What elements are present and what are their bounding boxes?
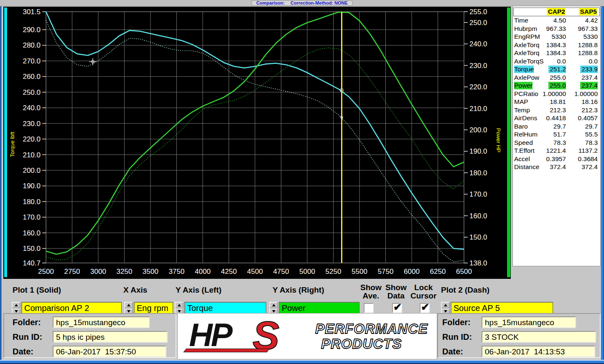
- show-data-checkbox[interactable]: ✔: [392, 303, 402, 313]
- table-row-value: 1288.8: [577, 41, 598, 49]
- table-row-value: 372.4: [548, 163, 566, 171]
- run1-folder-label: Folder:: [13, 318, 53, 327]
- left-tick-label: 140.7: [23, 259, 41, 267]
- right-tick-label: 138.0: [469, 259, 487, 267]
- table-row-label: T.Effort: [514, 147, 535, 154]
- right-tick-label: 230.0: [469, 62, 487, 70]
- x-tick-label: 5250: [326, 268, 342, 276]
- table-header-row: CAP2 SAP5: [513, 8, 600, 16]
- left-tick-label: 301.5: [23, 8, 41, 16]
- plot1-label: Plot 1 (Solid): [13, 286, 61, 294]
- run1-id-field[interactable]: 5 hps ic pipes: [53, 331, 168, 343]
- table-row-value: 0.3957: [545, 155, 566, 163]
- window-border-left: [0, 6, 2, 364]
- left-axis-title: Torque lbft: [9, 131, 15, 157]
- x-tick-label: 2750: [64, 268, 80, 276]
- left-tick-label: 250.0: [23, 88, 41, 96]
- x-tick-label: 3250: [117, 268, 133, 276]
- table-body: Time4.504.42Hubrpm967.33967.33EngRPM5330…: [513, 17, 600, 172]
- run1-folder-field[interactable]: hps_15mustangeco: [53, 316, 150, 328]
- table-row-value: 4.50: [552, 17, 566, 24]
- spinner-up-icon[interactable]: [269, 302, 278, 308]
- x-tick-label: 6500: [456, 268, 472, 276]
- right-tick-label: 250.0: [469, 19, 487, 27]
- table-row-value: 4.42: [584, 17, 598, 24]
- table-row-label: Torque: [514, 66, 534, 73]
- run2-id-label: Run ID:: [442, 332, 482, 342]
- x-tick-label: 3500: [143, 268, 158, 276]
- run2-id-field[interactable]: 3 STOCK: [482, 331, 596, 343]
- right-tick-label: 210.0: [469, 105, 487, 113]
- run1-date-label: Date:: [13, 347, 53, 356]
- right-axis-title: Power HP: [495, 128, 502, 153]
- table-row: Temp212.3212.3: [513, 106, 600, 115]
- left-tick-label: 190.0: [23, 182, 41, 190]
- x-tick-label: 6250: [430, 268, 446, 276]
- lock-cursor-checkbox[interactable]: ✔: [420, 303, 430, 313]
- lock-cursor-label: LockCursor: [410, 283, 436, 300]
- spinner-up-icon[interactable]: [175, 302, 183, 308]
- table-row-value: 372.4: [580, 163, 598, 171]
- show-ave-label: ShowAve.: [360, 283, 382, 300]
- dyno-chart[interactable]: 301.5290.0280.0270.0260.0250.0240.0230.0…: [3, 7, 511, 279]
- table-row-value: 1.00000: [541, 90, 566, 98]
- x-tick-label: 5500: [352, 268, 367, 276]
- table-row: Power255.0237.4: [513, 82, 600, 90]
- run1-date-field[interactable]: 06-Jan-2017 15:37:50: [53, 346, 166, 357]
- run2-folder-field[interactable]: hps_15mustangeco: [482, 316, 576, 328]
- spinner-up-icon[interactable]: [12, 302, 20, 308]
- x-tick-label: 5000: [299, 268, 315, 276]
- left-tick-label: 160.0: [23, 229, 41, 237]
- x-tick-label: 4250: [221, 268, 237, 276]
- table-row-value: 233.9: [580, 66, 598, 73]
- table-row-value: 5330: [582, 33, 598, 40]
- table-row: MAP18.8118.16: [513, 98, 600, 106]
- table-row: RelHum51.755.5: [513, 131, 600, 139]
- left-tick-label: 240.0: [23, 104, 41, 112]
- table-row: EngRPM53305330: [513, 33, 600, 41]
- dyno-chart-svg[interactable]: 301.5290.0280.0270.0260.0250.0240.0230.0…: [3, 7, 511, 279]
- hps-logo-hp-text: HP: [189, 316, 231, 354]
- run2-date-field[interactable]: 06-Jan-2017 14:13:53: [482, 346, 595, 357]
- table-row-value: 212.3: [580, 106, 598, 114]
- x-tick-label: 4000: [195, 268, 211, 276]
- spinner-up-icon[interactable]: [441, 302, 450, 308]
- table-row: Torque251.2233.9: [513, 66, 600, 74]
- x-tick-label: 3750: [169, 268, 185, 276]
- show-ave-checkbox[interactable]: [364, 303, 374, 313]
- x-tick-label: 4750: [273, 268, 289, 276]
- table-row-value: 51.7: [552, 131, 566, 138]
- xaxis-label: X Axis: [123, 286, 147, 294]
- table-row: T.Effort1221.41137.2: [513, 147, 600, 155]
- x-tick-label: 2500: [38, 268, 54, 276]
- x-tick-label: 3000: [90, 268, 106, 276]
- table-row-label: RelHum: [514, 131, 538, 138]
- spinner-up-icon[interactable]: [124, 302, 133, 308]
- left-tick-label: 200.0: [23, 167, 41, 174]
- window-border-right: [601, 6, 604, 364]
- table-row: Distance372.4372.4: [513, 163, 600, 172]
- table-row: PCRatio1.000001.00000: [513, 90, 600, 99]
- table-row: AxlePow255.0237.4: [513, 74, 600, 82]
- table-col1-header: CAP2: [547, 8, 565, 15]
- left-tick-label: 230.0: [23, 120, 41, 128]
- table-row: Time4.504.42: [513, 17, 600, 25]
- table-row-value: 29.7: [584, 123, 598, 130]
- table-row-value: 0.4057: [577, 114, 598, 122]
- left-tick-label: 290.0: [23, 26, 41, 34]
- table-row-label: EngRPM: [514, 33, 540, 40]
- table-row-value: 78.3: [552, 139, 566, 147]
- hps-logo-words: PERFORMANCE PRODUCTS: [315, 322, 428, 351]
- checkmark-icon: ✔: [393, 301, 402, 313]
- hps-logo: HP S: [186, 318, 303, 354]
- table-row: Accel0.39570.3684: [513, 155, 600, 164]
- table-row-value: 29.7: [552, 123, 566, 130]
- cursor-data-table: CAP2 SAP5 Time4.504.42Hubrpm967.33967.33…: [512, 6, 601, 266]
- left-tick-label: 280.0: [23, 41, 41, 49]
- left-tick-label: 260.0: [23, 73, 41, 81]
- titlebar: Comparison: Correction-Method: NONE: [0, 0, 604, 6]
- table-row-value: 237.4: [580, 82, 598, 89]
- left-tick-label: 180.0: [23, 198, 41, 206]
- left-tick-label: 210.0: [23, 151, 41, 159]
- show-data-label: ShowData: [385, 283, 407, 300]
